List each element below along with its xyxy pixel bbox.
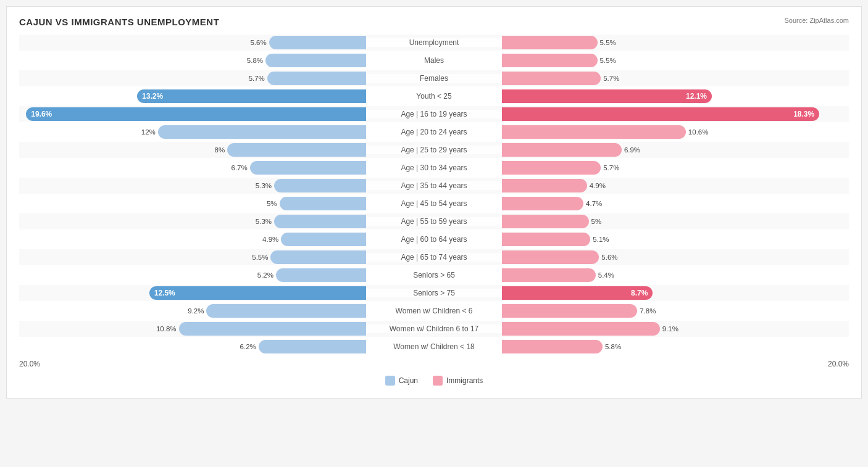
chart-row: 12.5% Seniors > 75 8.7%: [19, 285, 849, 301]
bar-right: [502, 125, 686, 139]
val-left-inside: 13.2%: [137, 92, 163, 101]
val-left-outside: 5.7%: [249, 75, 265, 82]
right-section: 4.7%: [502, 196, 849, 212]
row-label: Women w/ Children < 18: [366, 342, 502, 351]
right-section: 5%: [502, 213, 849, 229]
chart-row: 5.2% Seniors > 65 5.4%: [19, 267, 849, 283]
val-right-outside: 10.6%: [688, 128, 709, 136]
bar-left: 13.2%: [137, 89, 366, 103]
row-label: Seniors > 65: [366, 271, 502, 279]
left-section: 5.3%: [19, 213, 366, 229]
bar-right: [502, 36, 598, 49]
left-section: 10.8%: [19, 321, 366, 337]
val-left-outside: 6.7%: [232, 164, 248, 172]
right-section: 5.4%: [502, 267, 849, 283]
right-section: 18.3%: [502, 106, 849, 122]
row-label: Women w/ Children < 6: [366, 307, 502, 315]
right-section: 7.8%: [502, 303, 849, 319]
bar-left: [274, 215, 366, 228]
row-label: Age | 60 to 64 years: [366, 235, 502, 244]
bar-right: 18.3%: [502, 107, 819, 121]
bar-right: [502, 233, 590, 246]
chart-row: 13.2% Youth < 25 12.1%: [19, 88, 849, 104]
chart-row: 5.3% Age | 35 to 44 years 4.9%: [19, 178, 849, 194]
val-right-outside: 5.1%: [593, 236, 609, 243]
row-label: Age | 25 to 29 years: [366, 146, 502, 154]
bar-right: [502, 250, 599, 264]
legend-immigrants-label: Immigrants: [446, 376, 483, 385]
row-label: Age | 20 to 24 years: [366, 128, 502, 136]
val-right-outside: 6.9%: [624, 146, 640, 154]
chart-row: 8% Age | 25 to 29 years 6.9%: [19, 142, 849, 158]
chart-row: 12% Age | 20 to 24 years 10.6%: [19, 124, 849, 140]
val-left-outside: 5.5%: [252, 254, 268, 261]
val-left-outside: 5.3%: [256, 218, 272, 225]
chart-source: Source: ZipAtlas.com: [784, 17, 849, 24]
chart-row: 5% Age | 45 to 54 years 4.7%: [19, 196, 849, 212]
bar-right: [502, 215, 589, 228]
right-section: 6.9%: [502, 142, 849, 158]
val-right-inside: 12.1%: [686, 92, 712, 101]
val-right-outside: 7.8%: [640, 307, 656, 315]
bar-left: [276, 268, 366, 282]
row-label: Age | 35 to 44 years: [366, 181, 502, 190]
val-right-outside: 5%: [591, 218, 602, 225]
bar-left: [179, 322, 366, 336]
val-right-outside: 4.9%: [590, 182, 606, 189]
left-section: 13.2%: [19, 88, 366, 104]
val-left-outside: 10.8%: [156, 325, 177, 333]
bar-left: [206, 304, 366, 318]
bar-left: [270, 250, 366, 264]
left-section: 19.6%: [19, 106, 366, 122]
row-label: Age | 55 to 59 years: [366, 217, 502, 226]
right-section: 12.1%: [502, 88, 849, 104]
right-section: 5.7%: [502, 160, 849, 176]
left-section: 4.9%: [19, 231, 366, 247]
bar-right: 12.1%: [502, 89, 712, 103]
val-left-inside: 19.6%: [26, 110, 52, 118]
chart-row: 5.8% Males 5.5%: [19, 52, 849, 68]
right-section: 5.7%: [502, 70, 849, 86]
left-section: 5.7%: [19, 70, 366, 86]
bar-right: [502, 268, 596, 282]
left-section: 12%: [19, 124, 366, 140]
bar-right: [502, 179, 587, 192]
bar-left: 12.5%: [149, 286, 366, 300]
val-right-outside: 9.1%: [662, 325, 678, 333]
val-right-inside: 18.3%: [793, 110, 819, 118]
chart-row: 6.7% Age | 30 to 34 years 5.7%: [19, 160, 849, 176]
val-right-outside: 5.8%: [605, 343, 621, 350]
bar-left: [281, 233, 366, 246]
legend-immigrants-box: [433, 376, 443, 386]
row-label: Age | 16 to 19 years: [366, 110, 502, 118]
legend-immigrants: Immigrants: [433, 376, 483, 386]
bar-left: [267, 72, 366, 85]
bar-left: [227, 143, 366, 157]
chart-row: 19.6% Age | 16 to 19 years 18.3%: [19, 106, 849, 122]
row-label: Unemployment: [366, 38, 502, 47]
val-right-outside: 5.6%: [601, 254, 617, 261]
right-section: 8.7%: [502, 285, 849, 301]
val-left-outside: 5.3%: [256, 182, 272, 189]
val-right-outside: 5.4%: [598, 271, 614, 279]
row-label: Age | 30 to 34 years: [366, 163, 502, 172]
legend-cajun-box: [385, 376, 395, 386]
bar-left: 19.6%: [26, 107, 366, 121]
row-label: Age | 45 to 54 years: [366, 199, 502, 208]
chart-row: 5.3% Age | 55 to 59 years 5%: [19, 213, 849, 229]
right-section: 5.1%: [502, 231, 849, 247]
val-left-outside: 9.2%: [188, 307, 204, 315]
bar-right: [502, 304, 637, 318]
chart-row: 5.5% Age | 65 to 74 years 5.6%: [19, 249, 849, 265]
val-left-inside: 12.5%: [149, 289, 175, 297]
row-label: Age | 65 to 74 years: [366, 253, 502, 262]
val-right-outside: 5.5%: [600, 39, 616, 46]
left-section: 5%: [19, 196, 366, 212]
left-section: 9.2%: [19, 303, 366, 319]
row-label: Seniors > 75: [366, 289, 502, 297]
val-left-outside: 5.8%: [247, 57, 263, 64]
chart-row: 4.9% Age | 60 to 64 years 5.1%: [19, 231, 849, 247]
legend: Cajun Immigrants: [19, 376, 849, 386]
bar-right: [502, 54, 598, 67]
right-section: 5.8%: [502, 339, 849, 355]
